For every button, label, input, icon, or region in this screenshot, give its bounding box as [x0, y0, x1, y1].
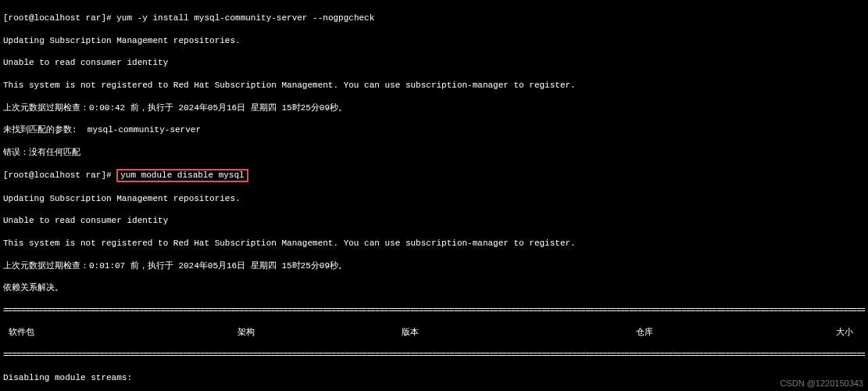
command-text[interactable]: yum -y install mysql-community-server --… — [116, 13, 374, 23]
shell-prompt: [root@localhost rar]# — [3, 170, 116, 180]
col-header-size: 大小 — [823, 327, 865, 338]
col-header-pkg: 软件包 — [3, 327, 238, 338]
output-line: Disabling module streams: — [3, 372, 865, 383]
output-line: This system is not registered to Red Hat… — [3, 238, 865, 249]
shell-prompt: [root@localhost rar]# — [3, 13, 116, 23]
output-line: 未找到匹配的参数: mysql-community-server — [3, 124, 865, 135]
output-line: 错误：没有任何匹配 — [3, 147, 865, 158]
terminal-output: [root@localhost rar]# yum -y install mys… — [0, 0, 868, 391]
table-header: 软件包 架构 版本 仓库 大小 — [3, 327, 865, 338]
highlighted-command[interactable]: yum module disable mysql — [116, 169, 248, 181]
output-line: 上次元数据过期检查：0:01:07 前，执行于 2024年05月16日 星期四 … — [3, 260, 865, 271]
output-line: Unable to read consumer identity — [3, 215, 865, 226]
divider: ========================================… — [3, 350, 865, 361]
col-header-ver: 版本 — [402, 327, 636, 338]
output-line: Updating Subscription Management reposit… — [3, 35, 865, 46]
output-line: 依赖关系解决。 — [3, 282, 865, 293]
output-line: Unable to read consumer identity — [3, 57, 865, 68]
output-line: 上次元数据过期检查：0:00:42 前，执行于 2024年05月16日 星期四 … — [3, 102, 865, 113]
output-line: This system is not registered to Red Hat… — [3, 80, 865, 91]
col-header-arch: 架构 — [238, 327, 402, 338]
watermark: CSDN @1220150343 — [780, 378, 863, 389]
col-header-repo: 仓库 — [636, 327, 823, 338]
output-line: Updating Subscription Management reposit… — [3, 193, 865, 204]
divider: ========================================… — [3, 305, 865, 316]
